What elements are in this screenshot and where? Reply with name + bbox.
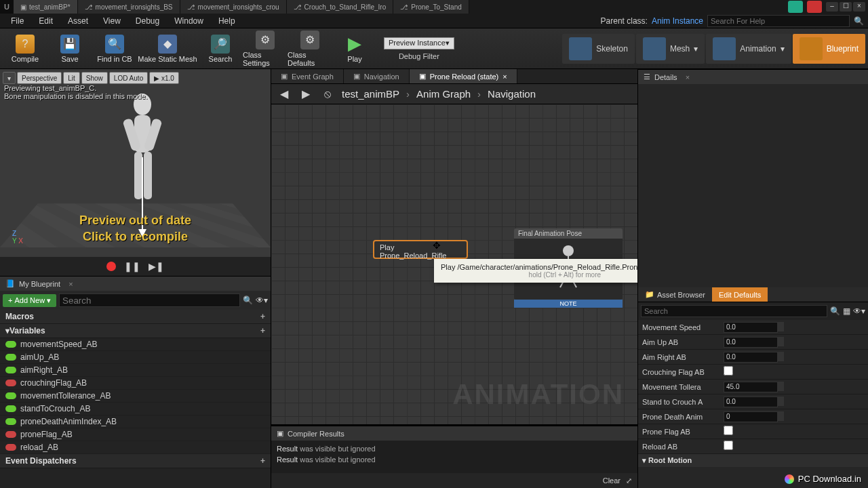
asset-tab[interactable]: ⎇movement_ironsights_BS (78, 0, 180, 14)
source-control-icon[interactable] (807, 1, 822, 13)
tab-edit-defaults[interactable]: Edit Defaults (712, 287, 768, 302)
close-icon[interactable]: × (68, 280, 73, 288)
property-input[interactable] (724, 382, 778, 392)
property-input[interactable] (724, 352, 778, 363)
menu-asset[interactable]: Asset (61, 14, 95, 28)
property-input[interactable] (724, 337, 778, 348)
menu-view[interactable]: View (96, 14, 127, 28)
search-icon[interactable]: 🔍 (243, 296, 253, 305)
spinner-icon[interactable] (777, 337, 784, 346)
pause-button[interactable]: ❚❚ (124, 261, 140, 272)
step-button[interactable]: ▶❚ (149, 261, 164, 272)
variable-row[interactable]: aimRight_AB (0, 364, 271, 377)
breadcrumb-item[interactable]: test_animBP (342, 88, 399, 100)
my-blueprint-list[interactable]: Macros+ ▾ Variables+ movementSpeed_ABaim… (0, 310, 271, 488)
my-blueprint-search-input[interactable] (59, 293, 240, 307)
help-search-input[interactable] (707, 15, 850, 27)
asset-tab[interactable]: ▣test_animBP* (14, 0, 78, 14)
class-settings-button[interactable]: ⚙Class Settings (243, 30, 288, 67)
asset-tab[interactable]: ⎇movement_ironsights_crou (180, 0, 287, 14)
breadcrumb-item[interactable]: Anim Graph (416, 88, 471, 100)
nav-forward-button[interactable]: ▶ (298, 87, 313, 102)
spinner-icon[interactable] (777, 396, 784, 406)
close-button[interactable]: × (853, 2, 865, 12)
anim-graph-canvas[interactable]: ANIMATION Play Prone_Reload_Rifle ✥ Fina… (271, 104, 637, 424)
play-anim-node[interactable]: Play Prone_Reload_Rifle (373, 240, 468, 259)
category-event-dispatchers[interactable]: Event Dispatchers+ (0, 454, 271, 468)
tab-asset-browser[interactable]: 📁Asset Browser (638, 287, 712, 302)
skeleton-mode-button[interactable]: Skeleton (562, 34, 635, 64)
category-macros[interactable]: Macros+ (0, 310, 271, 324)
clear-button[interactable]: Clear (603, 476, 620, 485)
nav-back-button[interactable]: ◀ (277, 87, 292, 102)
compiler-results-body[interactable]: Result was visible but ignored Result wa… (271, 441, 637, 473)
perspective-button[interactable]: Perspective (17, 72, 62, 84)
property-checkbox[interactable] (724, 441, 733, 450)
play-button[interactable]: ▶Play (332, 30, 377, 67)
property-checkbox[interactable] (724, 366, 733, 375)
variable-row[interactable]: reload_AB (0, 441, 271, 454)
lod-button[interactable]: LOD Auto (109, 72, 148, 84)
menu-edit[interactable]: Edit (32, 14, 60, 28)
animation-mode-button[interactable]: Animation▾ (706, 34, 791, 64)
details-panel-title[interactable]: ☰ Details × (638, 69, 868, 84)
record-button[interactable] (106, 262, 116, 271)
add-icon[interactable]: + (260, 326, 265, 336)
my-blueprint-panel-title[interactable]: 📘 My Blueprint × (0, 276, 271, 291)
tab-event-graph[interactable]: ▣Event Graph (271, 69, 344, 83)
search-icon[interactable]: 🔍 (830, 306, 840, 316)
tab-navigation[interactable]: ▣Navigation (344, 69, 410, 83)
asset-tab[interactable]: ⎇Prone_To_Stand (393, 0, 469, 14)
variable-row[interactable]: standToCrouch_AB (0, 403, 271, 415)
variable-row[interactable]: crouchingFlag_AB (0, 377, 271, 390)
grid-icon[interactable]: ▦ (843, 306, 850, 316)
class-defaults-button[interactable]: ⚙Class Defaults (288, 30, 332, 67)
make-static-mesh-button[interactable]: ◆Make Static Mesh (137, 30, 198, 67)
search-icon[interactable]: 🔍 (854, 16, 864, 26)
speed-button[interactable]: ▶ x1.0 (149, 72, 179, 84)
nav-home-icon[interactable]: ⦸ (320, 87, 335, 102)
menu-debug[interactable]: Debug (129, 14, 166, 28)
property-input[interactable] (724, 411, 778, 422)
spinner-icon[interactable] (777, 411, 784, 421)
category-variables[interactable]: ▾ Variables+ (0, 324, 271, 338)
details-search-input[interactable] (641, 305, 827, 317)
parent-class-link[interactable]: Anim Instance (652, 16, 703, 26)
viewport-menu-button[interactable]: ▾ (3, 72, 16, 84)
spinner-icon[interactable] (777, 322, 784, 331)
details-body[interactable]: 🔍 ▦ 👁▾ Movement SpeedAim Up ABAim Right … (638, 302, 868, 488)
menu-file[interactable]: File (4, 14, 31, 28)
close-icon[interactable]: × (502, 73, 507, 81)
preview-instance-dropdown[interactable]: Preview Instance▾ (384, 37, 454, 49)
add-new-button[interactable]: +Add New▾ (3, 294, 56, 307)
spinner-icon[interactable] (777, 352, 784, 361)
close-icon[interactable]: × (686, 73, 690, 81)
add-icon[interactable]: + (260, 456, 265, 466)
eye-icon[interactable]: 👁▾ (256, 296, 268, 305)
compile-button[interactable]: ?Compile (3, 30, 47, 67)
online-status-icon[interactable] (788, 1, 803, 13)
variable-row[interactable]: proneFlag_AB (0, 428, 271, 441)
eye-icon[interactable]: 👁▾ (853, 306, 865, 316)
show-button[interactable]: Show (81, 72, 108, 84)
property-checkbox[interactable] (724, 426, 733, 435)
asset-tab[interactable]: ⎇Crouch_to_Stand_Rifle_Iro (287, 0, 394, 14)
menu-help[interactable]: Help (212, 14, 242, 28)
save-button[interactable]: 💾Save (47, 30, 92, 67)
variable-row[interactable]: movementSpeed_AB (0, 338, 271, 351)
tab-prone-reload[interactable]: ▣Prone Reload (state)× (410, 69, 517, 83)
expand-icon[interactable]: ⤢ (626, 476, 632, 485)
variable-row[interactable]: proneDeathAnimIndex_AB (0, 415, 271, 428)
maximize-button[interactable]: ☐ (840, 2, 852, 12)
preview-viewport[interactable]: ▾ Perspective Lit Show LOD Auto ▶ x1.0 P… (0, 69, 271, 276)
lit-button[interactable]: Lit (63, 72, 80, 84)
blueprint-mode-button[interactable]: Blueprint (793, 34, 865, 64)
add-icon[interactable]: + (260, 312, 265, 321)
mesh-mode-button[interactable]: Mesh▾ (636, 34, 705, 64)
search-button[interactable]: 🔎Search (198, 30, 243, 67)
spinner-icon[interactable] (777, 382, 784, 391)
property-input[interactable] (724, 322, 778, 333)
menu-window[interactable]: Window (167, 14, 210, 28)
minimize-button[interactable]: – (826, 2, 838, 12)
compiler-results-title[interactable]: ▣ Compiler Results (271, 426, 637, 441)
